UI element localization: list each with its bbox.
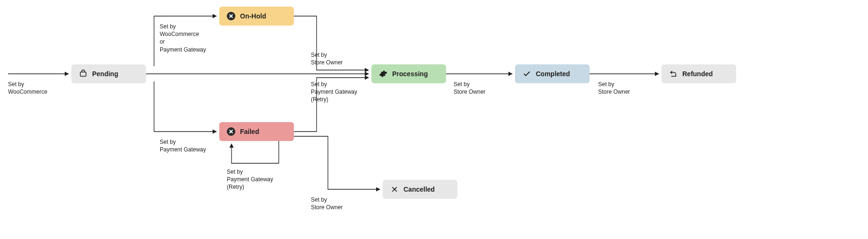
edge-label-failed-cancelled: Set by Store Owner: [311, 196, 343, 211]
status-node-pending: Pending: [71, 64, 146, 83]
flow-arrows: [0, 0, 868, 239]
status-node-refunded: Refunded: [662, 64, 736, 83]
status-node-cancelled: Cancelled: [383, 180, 457, 199]
edge-label-completed-refunded: Set by Store Owner: [598, 80, 630, 96]
status-label: On-Hold: [240, 12, 266, 20]
circle-x-icon: [227, 127, 235, 136]
svg-rect-0: [80, 72, 86, 76]
status-label: Failed: [240, 128, 259, 135]
edge-label-start-pending: Set by WooCommerce: [8, 80, 47, 96]
edge-label-pending-failed: Set by Payment Gateway: [160, 138, 206, 153]
status-label: Pending: [92, 70, 118, 78]
status-label: Refunded: [682, 70, 713, 78]
edge-label-pending-onhold: Set by WooCommerce or Payment Gateway: [160, 23, 206, 53]
edge-label-onhold-processing: Set by Store Owner: [311, 51, 343, 66]
status-label: Cancelled: [404, 186, 435, 193]
cart-icon: [79, 70, 87, 78]
status-node-onhold: On-Hold: [219, 7, 294, 26]
refund-icon: [669, 70, 678, 78]
status-node-processing: Processing: [371, 64, 446, 83]
gear-icon: [379, 70, 387, 78]
status-node-failed: Failed: [219, 122, 294, 141]
edge-label-failed-processing: Set by Payment Gateway (Retry): [311, 80, 357, 104]
circle-x-icon: [227, 12, 235, 20]
status-node-completed: Completed: [515, 64, 590, 83]
edge-label-failed-retry: Set by Payment Gateway (Retry): [227, 168, 273, 191]
order-status-flow-diagram: { "nodes": { "pending": {"label": "Pendi…: [0, 0, 868, 239]
status-label: Completed: [536, 70, 570, 78]
check-icon: [523, 70, 531, 78]
status-label: Processing: [392, 70, 428, 78]
edge-label-processing-completed: Set by Store Owner: [454, 80, 485, 96]
x-icon: [390, 185, 399, 194]
